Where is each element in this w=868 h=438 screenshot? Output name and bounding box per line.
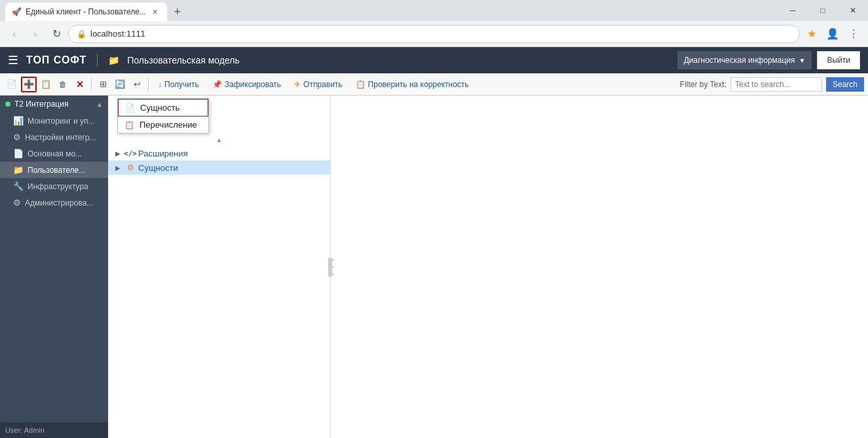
check-btn[interactable]: 📋 Проверить на корректность (350, 77, 475, 92)
admin-icon: ⚙ (13, 198, 21, 208)
dropdown-menu: 📄 Сущность 📋 Перечисление (117, 98, 209, 134)
url-bar[interactable]: 🔒 localhost:1111 (68, 25, 800, 43)
check-icon: 📋 (356, 80, 366, 89)
close-btn[interactable]: ✕ (838, 0, 868, 21)
maximize-btn[interactable]: □ (808, 0, 838, 21)
tree-item-entities[interactable]: ▶ ⚙ Сущности (108, 160, 330, 175)
browser-tab[interactable]: 🚀 Единый клиент - Пользователе... ✕ (5, 3, 167, 21)
sidebar-item-infra[interactable]: 🔧 Инфраструктура (0, 178, 108, 194)
reload-btn[interactable]: ↻ (47, 25, 66, 43)
toolbar: 📄 ➕ 📋 🗑 ✕ ⊞ 🔄 ↩ ↓ Получить 📌 Зафиксирова… (0, 73, 868, 96)
tree-panel: 📄 Сущность 📋 Перечисление ▲ (108, 96, 331, 438)
sidebar-label-users: Пользователе... (28, 166, 85, 175)
filter-section: Filter by Text: Search (680, 77, 864, 92)
monitoring-icon: 📊 (13, 116, 24, 126)
send-icon: ✈ (294, 80, 301, 89)
search-button[interactable]: Search (826, 77, 864, 92)
back-btn[interactable]: ‹ (5, 25, 24, 43)
sidebar-label-main-model: Основная мо... (28, 149, 82, 158)
toolbar-sep-2 (148, 78, 149, 91)
tree-label-entities: Сущности (138, 163, 178, 173)
sidebar-item-admin[interactable]: ⚙ Администрирова... (0, 194, 108, 211)
expand-extensions-icon[interactable]: ▶ (113, 149, 123, 158)
forward-btn[interactable]: › (26, 25, 45, 43)
minimize-btn[interactable]: ─ (778, 0, 808, 21)
diag-dropdown-btn[interactable]: Диагностическая информация ▼ (677, 51, 812, 69)
new-tab-btn[interactable]: + (167, 3, 188, 21)
undo-btn[interactable]: ↩ (129, 77, 145, 92)
main-model-icon: 📄 (13, 149, 24, 158)
add-btn[interactable]: ➕ (21, 77, 37, 92)
copy-btn[interactable]: 📋 (38, 77, 54, 92)
panel-resize-handle[interactable] (328, 257, 332, 277)
extensions-icon: </> (125, 148, 136, 158)
get-icon: ↓ (158, 80, 162, 89)
hamburger-icon[interactable]: ☰ (8, 53, 18, 67)
user-info: User: Admin (0, 422, 108, 438)
delete-btn[interactable]: 🗑 (55, 77, 71, 92)
grid-btn[interactable]: ⊞ (95, 77, 111, 92)
tree-item-extensions[interactable]: ▶ </> Расширения (108, 146, 330, 160)
tab-favicon: 🚀 (12, 7, 22, 16)
send-btn[interactable]: ✈ Отправить (288, 77, 349, 92)
tree-content: ▲ ▶ </> Расширения ▶ ⚙ Сущности (108, 96, 330, 438)
chevron-up-icon: ▲ (96, 101, 103, 108)
app-logo: ТОП СОФТ (26, 54, 86, 66)
entity-icon: 📄 (125, 103, 135, 113)
dropdown-item-entity[interactable]: 📄 Сущность (118, 99, 208, 117)
fix-icon: 📌 (212, 80, 222, 89)
sidebar-item-monitoring[interactable]: 📊 Мониторинг и уп... (0, 113, 108, 129)
right-panel: • • • (331, 96, 868, 438)
tab-close-btn[interactable]: ✕ (150, 7, 160, 17)
bookmark-btn[interactable]: ★ (802, 25, 821, 43)
sidebar: Т2 Интеграция ▲ 📊 Мониторинг и уп... ⚙ Н… (0, 96, 108, 438)
expand-entities-icon[interactable]: ▶ (113, 163, 123, 172)
cancel-btn[interactable]: ✕ (72, 77, 88, 92)
lock-icon: 🔒 (77, 29, 86, 39)
app-header: ☰ ТОП СОФТ 📁 Пользовательская модель Диа… (0, 47, 868, 73)
page-icon: 📁 (108, 55, 119, 65)
url-text: localhost:1111 (90, 29, 145, 39)
sidebar-item-settings[interactable]: ⚙ Настройки интегр... (0, 129, 108, 145)
sidebar-label-infra: Инфраструктура (28, 182, 88, 191)
sidebar-group-header-t2[interactable]: Т2 Интеграция ▲ (0, 96, 108, 113)
dot-green-icon (5, 101, 10, 107)
menu-btn[interactable]: ⋮ (844, 25, 863, 43)
sidebar-group-label-t2: Т2 Интеграция (14, 100, 92, 109)
tab-title: Единый клиент - Пользователе... (26, 7, 146, 16)
exit-btn[interactable]: Выйти (817, 51, 860, 69)
filter-label: Filter by Text: (680, 80, 726, 89)
settings-icon: ⚙ (13, 132, 21, 142)
tree-label-extensions: Расширения (138, 149, 188, 158)
sidebar-item-main-model[interactable]: 📄 Основная мо... (0, 145, 108, 162)
refresh-btn[interactable]: 🔄 (112, 77, 128, 92)
sidebar-group-t2: Т2 Интеграция ▲ 📊 Мониторинг и уп... ⚙ Н… (0, 96, 108, 211)
toolbar-sep-1 (91, 78, 92, 91)
scroll-up-indicator: ▲ (216, 136, 223, 143)
new-doc-btn[interactable]: 📄 (4, 77, 20, 92)
sidebar-item-users[interactable]: 📁 Пользователе... (0, 162, 108, 178)
infra-icon: 🔧 (13, 181, 24, 191)
dropdown-item-enum[interactable]: 📋 Перечисление (118, 117, 208, 133)
sidebar-label-admin: Администрирова... (25, 198, 93, 208)
enum-icon: 📋 (124, 120, 134, 130)
entities-icon: ⚙ (125, 162, 136, 173)
get-btn[interactable]: ↓ Получить (152, 77, 205, 92)
users-icon: 📁 (13, 165, 24, 175)
profile-btn[interactable]: 👤 (823, 25, 842, 43)
sidebar-label-monitoring: Мониторинг и уп... (28, 117, 94, 126)
sidebar-label-settings: Настройки интегр... (25, 133, 96, 142)
filter-input[interactable] (730, 77, 822, 92)
fix-btn[interactable]: 📌 Зафиксировать (206, 77, 287, 92)
page-title: Пользовательская модель (127, 55, 240, 65)
